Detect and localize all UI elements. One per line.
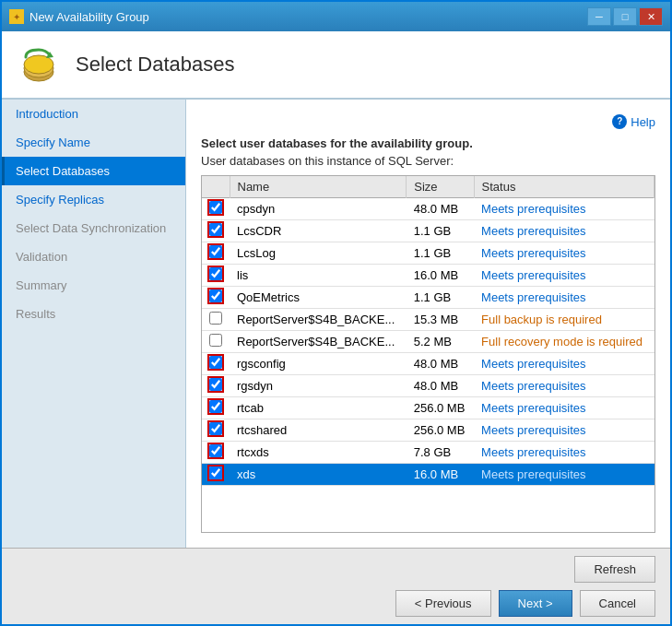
db-checkbox[interactable]	[209, 334, 222, 347]
sidebar-item-select-databases[interactable]: Select Databases	[2, 157, 185, 185]
db-checkbox[interactable]	[209, 289, 222, 302]
table-row[interactable]: rtcshared256.0 MBMeets prerequisites	[202, 419, 654, 442]
db-size: 48.0 MB	[407, 353, 474, 375]
status-link[interactable]: Meets prerequisites	[481, 467, 585, 481]
db-checkbox[interactable]	[209, 378, 222, 391]
db-checkbox[interactable]	[209, 444, 222, 457]
table-row[interactable]: rtcxds7.8 GBMeets prerequisites	[202, 442, 654, 464]
close-button[interactable]: ✕	[639, 7, 663, 26]
db-status: Meets prerequisites	[474, 464, 654, 486]
table-row[interactable]: LcsCDR1.1 GBMeets prerequisites	[202, 220, 654, 242]
col-name: Name	[230, 176, 407, 198]
footer-top: Refresh	[17, 556, 655, 583]
sidebar: Introduction Specify Name Select Databas…	[2, 100, 186, 548]
table-row[interactable]: cpsdyn48.0 MBMeets prerequisites	[202, 198, 654, 220]
instruction-text: Select user databases for the availabili…	[201, 136, 655, 150]
table-row[interactable]: rtcab256.0 MBMeets prerequisites	[202, 397, 654, 419]
db-status: Meets prerequisites	[474, 397, 654, 419]
db-size: 48.0 MB	[407, 375, 474, 397]
db-size: 5.2 MB	[407, 331, 474, 353]
sidebar-item-specify-name[interactable]: Specify Name	[2, 128, 185, 157]
status-link[interactable]: Meets prerequisites	[481, 202, 585, 216]
table-row[interactable]: rgsconfig48.0 MBMeets prerequisites	[202, 353, 654, 375]
db-size: 48.0 MB	[407, 198, 474, 220]
table-row[interactable]: QoEMetrics1.1 GBMeets prerequisites	[202, 287, 654, 309]
table-row[interactable]: rgsdyn48.0 MBMeets prerequisites	[202, 375, 654, 397]
sidebar-item-validation: Validation	[2, 242, 185, 271]
status-link[interactable]: Meets prerequisites	[481, 224, 585, 238]
sidebar-item-results: Results	[2, 300, 185, 328]
sidebar-item-introduction[interactable]: Introduction	[2, 100, 185, 128]
status-link[interactable]: Meets prerequisites	[481, 423, 585, 437]
checkbox-cell	[202, 464, 230, 486]
db-checkbox[interactable]	[209, 267, 222, 280]
checkbox-cell	[202, 397, 230, 419]
db-name: LcsCDR	[230, 220, 407, 242]
table-row[interactable]: LcsLog1.1 GBMeets prerequisites	[202, 242, 654, 265]
table-row[interactable]: xds16.0 MBMeets prerequisites	[202, 464, 654, 486]
cancel-button[interactable]: Cancel	[580, 590, 655, 617]
db-status: Meets prerequisites	[474, 419, 654, 442]
status-link[interactable]: Full backup is required	[481, 313, 602, 326]
db-checkbox[interactable]	[209, 467, 222, 479]
db-checkbox[interactable]	[209, 400, 222, 413]
previous-button[interactable]: < Previous	[395, 590, 491, 617]
db-name: rtcxds	[230, 442, 407, 464]
status-link[interactable]: Meets prerequisites	[481, 379, 585, 393]
checkbox-cell	[202, 287, 230, 309]
title-bar-controls: ─ □ ✕	[587, 7, 663, 26]
svg-text:✦: ✦	[13, 12, 20, 22]
db-checkbox[interactable]	[209, 422, 222, 435]
checkbox-cell	[202, 442, 230, 464]
database-table-container[interactable]: Name Size Status cpsdyn48.0 MBMeets prer…	[201, 175, 655, 533]
sidebar-item-specify-replicas[interactable]: Specify Replicas	[2, 185, 185, 214]
db-size: 1.1 GB	[407, 220, 474, 242]
db-status: Meets prerequisites	[474, 287, 654, 309]
db-checkbox[interactable]	[209, 201, 222, 214]
header-icon	[17, 42, 61, 87]
status-link[interactable]: Meets prerequisites	[481, 401, 585, 415]
db-status: Meets prerequisites	[474, 242, 654, 265]
database-table: Name Size Status cpsdyn48.0 MBMeets prer…	[202, 176, 654, 486]
db-status: Meets prerequisites	[474, 353, 654, 375]
status-link[interactable]: Meets prerequisites	[481, 357, 585, 371]
db-status: Full backup is required	[474, 309, 654, 331]
db-checkbox[interactable]	[209, 223, 222, 236]
maximize-button[interactable]: □	[613, 7, 637, 26]
status-link[interactable]: Meets prerequisites	[481, 445, 585, 459]
table-row[interactable]: ReportServer$S4B_BACKE...15.3 MBFull bac…	[202, 309, 654, 331]
window-title: New Availability Group	[29, 10, 149, 24]
status-link[interactable]: Full recovery mode is required	[481, 335, 643, 348]
db-checkbox[interactable]	[209, 245, 222, 258]
db-size: 7.8 GB	[407, 442, 474, 464]
db-status: Meets prerequisites	[474, 220, 654, 242]
db-status: Meets prerequisites	[474, 442, 654, 464]
help-link[interactable]: Help	[631, 115, 655, 129]
checkbox-cell	[202, 220, 230, 242]
table-row[interactable]: ReportServer$S4B_BACKE...5.2 MBFull reco…	[202, 331, 654, 353]
status-link[interactable]: Meets prerequisites	[481, 246, 585, 260]
db-name: rtcab	[230, 397, 407, 419]
next-button[interactable]: Next >	[499, 590, 572, 617]
status-link[interactable]: Meets prerequisites	[481, 290, 585, 304]
title-bar-left: ✦ New Availability Group	[9, 9, 149, 24]
refresh-button[interactable]: Refresh	[574, 556, 655, 583]
db-checkbox[interactable]	[209, 312, 222, 325]
app-icon: ✦	[9, 9, 24, 24]
col-size: Size	[407, 176, 474, 198]
db-checkbox[interactable]	[209, 356, 222, 369]
table-row[interactable]: lis16.0 MBMeets prerequisites	[202, 265, 654, 287]
db-name: ReportServer$S4B_BACKE...	[230, 309, 407, 331]
db-name: ReportServer$S4B_BACKE...	[230, 331, 407, 353]
checkbox-cell	[202, 265, 230, 287]
sidebar-item-summary: Summary	[2, 271, 185, 300]
db-size: 16.0 MB	[407, 464, 474, 486]
db-size: 16.0 MB	[407, 265, 474, 287]
help-icon: ?	[612, 114, 627, 129]
status-link[interactable]: Meets prerequisites	[481, 268, 585, 282]
table-header-row: Name Size Status	[202, 176, 654, 198]
minimize-button[interactable]: ─	[587, 7, 611, 26]
db-name: cpsdyn	[230, 198, 407, 220]
checkbox-cell	[202, 242, 230, 265]
checkbox-cell	[202, 419, 230, 442]
